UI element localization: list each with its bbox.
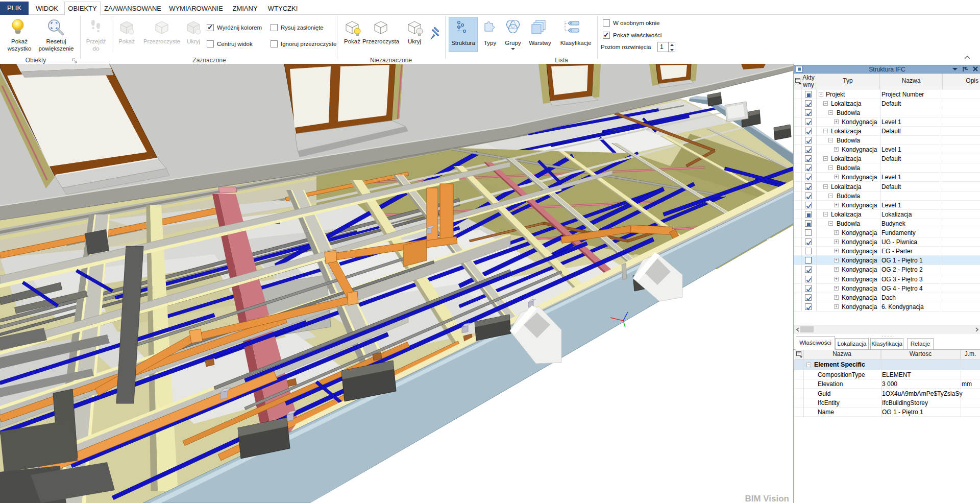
- svg-text:BIM Vision: BIM Vision: [745, 494, 789, 503]
